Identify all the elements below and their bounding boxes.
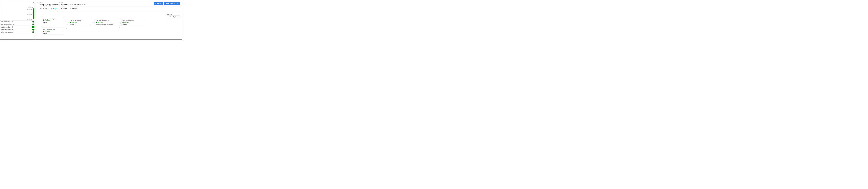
task-name: get_ingredients_list <box>1 24 14 25</box>
tab-label: Details <box>42 8 47 9</box>
tab-label: Graph <box>53 8 58 9</box>
status-success-multi-icon <box>32 29 34 30</box>
clear-button[interactable]: Clear ▼ <box>154 2 163 5</box>
node-operator: @task <box>70 24 90 25</box>
task-name: get_a_recipe [ ] <box>1 26 12 28</box>
chevron-down-icon: ▼ <box>177 3 179 4</box>
expand-panel-icon[interactable]: » <box>37 1 38 4</box>
graph-node-get-ingredients-list[interactable]: get_ingredients_list success @task <box>41 17 64 24</box>
run-label: Run <box>61 2 86 3</box>
layout-select[interactable]: Left -> Right <box>167 15 180 18</box>
layout-control: Layout: Left -> Right <box>167 13 180 18</box>
task-list: get_countries_list get_ingredients_list … <box>0 21 34 33</box>
node-title: get_ingredients_list <box>43 18 63 20</box>
time-tick: 00:01:25 <box>27 8 32 10</box>
status-success-icon <box>32 21 34 23</box>
graph-node-plot-embeddings[interactable]: plot_embeddings success @task <box>121 18 143 26</box>
status-success-icon <box>43 31 44 32</box>
time-tick: 00:00:00 <box>27 18 32 20</box>
task-row[interactable]: get_embeddings [ ] <box>0 28 34 31</box>
node-status: success <box>123 22 142 23</box>
node-operator: CohereEmbeddingOperator <box>96 24 118 25</box>
time-tick: 00:00:42 <box>27 13 32 15</box>
breadcrumb: DAG recipe_suggestions / Run ▶ 2023-11-1… <box>35 0 182 6</box>
dag-name[interactable]: recipe_suggestions <box>40 4 59 6</box>
current-run-marker-icon <box>34 18 35 20</box>
node-operator: @task <box>43 32 63 34</box>
status-success-icon <box>123 22 124 23</box>
node-status: success <box>43 20 63 22</box>
code-icon: <> <box>71 8 72 9</box>
status-success-icon <box>70 22 71 23</box>
run-time[interactable]: ▶ 2023-11-14, 14:42:15 UTC <box>61 4 86 6</box>
status-success-icon <box>96 22 97 23</box>
status-success-icon <box>43 20 44 21</box>
tab-graph[interactable]: ⊞ Graph <box>50 6 58 11</box>
node-title: get_countries_list <box>43 28 63 30</box>
run-duration-bar[interactable] <box>33 8 34 19</box>
dag-label: DAG <box>40 2 59 3</box>
layout-label: Layout: <box>167 13 180 15</box>
tab-code[interactable]: <> Code <box>70 6 78 11</box>
status-success-icon <box>32 31 34 33</box>
run-time-text: 2023-11-14, 14:42:15 UTC <box>62 4 86 6</box>
task-name: plot_embeddings <box>1 31 13 33</box>
warning-icon: △ <box>40 8 41 9</box>
task-row[interactable]: plot_embeddings <box>0 31 34 33</box>
play-icon: ▶ <box>61 4 62 5</box>
node-status: success <box>43 31 63 32</box>
collapse-panel-icon[interactable]: « <box>33 1 34 4</box>
graph-canvas[interactable]: Layout: Left -> Right get_ingredients_li… <box>35 11 182 39</box>
graph-icon: ⊞ <box>51 8 52 9</box>
clear-label: Clear <box>155 3 159 5</box>
graph-node-get-countries-list[interactable]: get_countries_list success @task <box>41 28 64 35</box>
graph-node-get-a-recipe[interactable]: get_a_recipe [6] success @task <box>69 18 91 26</box>
tab-label: Gantt <box>63 8 67 9</box>
breadcrumb-separator: / <box>60 1 60 4</box>
graph-node-get-embeddings[interactable]: get_embeddings [6] success CohereEmbeddi… <box>95 18 119 26</box>
mark-state-label: Mark state as... <box>166 3 177 5</box>
task-row[interactable]: get_countries_list <box>0 21 34 23</box>
tab-details[interactable]: △ Details <box>40 6 48 11</box>
task-list-panel: « Duration 00:01:25 00:00:42 00:00:00 ge… <box>0 0 35 39</box>
status-success-multi-icon <box>32 26 34 28</box>
node-status: success <box>70 22 90 23</box>
task-row[interactable]: get_a_recipe [ ] <box>0 26 34 28</box>
node-operator: @task <box>43 22 63 24</box>
status-success-icon <box>32 24 34 25</box>
node-title: plot_embeddings <box>123 20 142 21</box>
gantt-icon: ☰ <box>61 8 62 9</box>
run-timeline: 00:01:25 00:00:42 00:00:00 <box>0 8 34 20</box>
view-tabs: △ Details ⊞ Graph ☰ Gantt <> Code <box>35 6 182 11</box>
mark-state-button[interactable]: Mark state as... ▼ <box>164 2 180 5</box>
chevron-down-icon: ▼ <box>160 3 161 4</box>
task-row[interactable]: get_ingredients_list <box>0 23 34 26</box>
task-name: get_embeddings [ ] <box>1 29 15 30</box>
node-title: get_a_recipe [6] <box>70 20 90 21</box>
node-title: get_embeddings [6] <box>96 20 118 21</box>
main-panel: » DAG recipe_suggestions / Run ▶ 2023-11… <box>35 0 182 39</box>
tab-gantt[interactable]: ☰ Gantt <box>61 6 67 11</box>
task-name: get_countries_list <box>1 21 13 23</box>
node-status: success <box>96 22 118 23</box>
tab-label: Code <box>73 8 78 9</box>
node-operator: @task <box>123 24 142 25</box>
